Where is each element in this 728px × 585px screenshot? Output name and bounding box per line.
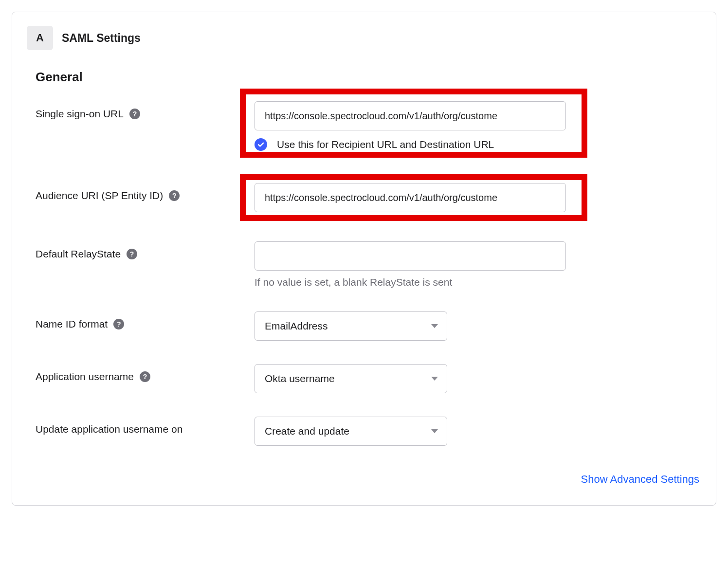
label-name-id-format: Name ID format ?	[36, 311, 255, 330]
label-update-on: Update application username on	[36, 417, 255, 435]
audience-uri-input[interactable]	[255, 183, 566, 212]
panel-header: A SAML Settings	[27, 26, 701, 50]
chevron-down-icon	[431, 324, 438, 328]
chevron-down-icon	[431, 377, 438, 381]
label-text-sso-url: Single sign-on URL	[36, 108, 124, 120]
recipient-destination-checkbox[interactable]	[255, 138, 267, 151]
update-on-select[interactable]: Create and update	[255, 417, 447, 446]
app-username-select[interactable]: Okta username	[255, 364, 447, 393]
sso-url-checkbox-row: Use this for Recipient URL and Destinati…	[255, 138, 701, 151]
show-advanced-settings-link[interactable]: Show Advanced Settings	[581, 473, 699, 485]
help-icon[interactable]: ?	[127, 249, 137, 259]
label-app-username: Application username ?	[36, 364, 255, 383]
name-id-format-select[interactable]: EmailAddress	[255, 311, 447, 341]
step-badge: A	[27, 26, 53, 50]
label-relay-state: Default RelayState ?	[36, 241, 255, 260]
update-on-value: Create and update	[265, 425, 349, 437]
section-title-general: General	[36, 70, 701, 85]
chevron-down-icon	[431, 429, 438, 433]
label-text-update-on: Update application username on	[36, 423, 182, 435]
value-cell-app-username: Okta username	[255, 364, 701, 393]
form-grid: Single sign-on URL ? Use this for Recipi…	[36, 101, 701, 446]
saml-settings-panel: A SAML Settings General Single sign-on U…	[12, 12, 716, 506]
help-icon[interactable]: ?	[140, 371, 150, 382]
relay-state-input[interactable]	[255, 241, 566, 271]
name-id-format-value: EmailAddress	[265, 320, 328, 332]
recipient-destination-label: Use this for Recipient URL and Destinati…	[277, 139, 494, 150]
value-cell-name-id-format: EmailAddress	[255, 311, 701, 341]
advanced-settings-row: Show Advanced Settings	[27, 473, 699, 486]
checkmark-icon	[257, 141, 265, 148]
value-cell-relay-state: If no value is set, a blank RelayState i…	[255, 241, 701, 288]
label-text-audience-uri: Audience URI (SP Entity ID)	[36, 190, 163, 201]
help-icon[interactable]: ?	[113, 319, 124, 329]
label-audience-uri: Audience URI (SP Entity ID) ?	[36, 183, 255, 201]
value-cell-sso-url: Use this for Recipient URL and Destinati…	[255, 101, 701, 160]
help-icon[interactable]: ?	[169, 190, 180, 201]
sso-url-input[interactable]	[255, 101, 566, 130]
relay-state-hint: If no value is set, a blank RelayState i…	[255, 276, 701, 288]
panel-title: SAML Settings	[62, 32, 141, 45]
value-cell-audience-uri	[255, 183, 701, 218]
label-text-app-username: Application username	[36, 371, 134, 383]
label-sso-url: Single sign-on URL ?	[36, 101, 255, 120]
label-text-relay-state: Default RelayState	[36, 248, 121, 260]
label-text-name-id-format: Name ID format	[36, 318, 108, 330]
value-cell-update-on: Create and update	[255, 417, 701, 446]
app-username-value: Okta username	[265, 373, 335, 384]
help-icon[interactable]: ?	[129, 109, 140, 119]
